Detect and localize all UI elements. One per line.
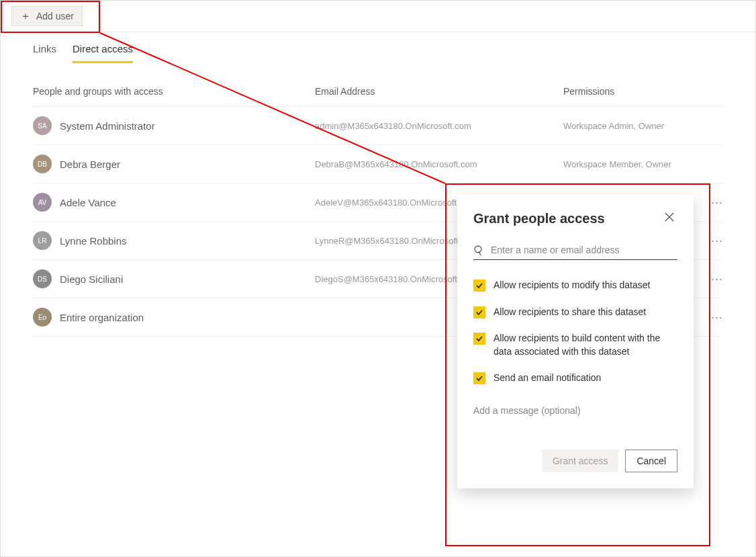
header-name: People and groups with access: [33, 86, 315, 97]
checkbox-label: Allow recipients to build content with t…: [493, 332, 677, 358]
avatar: SA: [33, 116, 52, 135]
tab-direct-access[interactable]: Direct access: [73, 43, 133, 63]
cell-actions: ···: [696, 272, 723, 286]
table-row: SASystem Administratoradmin@M365x643180.…: [33, 107, 723, 145]
tabs: Links Direct access: [1, 32, 755, 63]
person-name: Adele Vance: [60, 197, 116, 208]
checkbox[interactable]: [473, 306, 485, 318]
cell-actions: ···: [696, 234, 723, 248]
cell-name: SASystem Administrator: [33, 116, 315, 135]
add-user-label: Add user: [36, 11, 74, 22]
avatar: Eo: [33, 308, 52, 327]
cell-name: LRLynne Robbins: [33, 231, 315, 250]
more-icon[interactable]: ···: [711, 310, 723, 324]
cell-name: EoEntire organization: [33, 308, 315, 327]
search-icon: [473, 245, 484, 255]
avatar: DB: [33, 155, 52, 173]
cell-name: AVAdele Vance: [33, 193, 315, 212]
table-row: DBDebra BergerDebraB@M365x643180.OnMicro…: [33, 145, 723, 183]
checkbox-label: Allow recipients to modify this dataset: [493, 279, 650, 292]
header-email: Email Address: [315, 86, 563, 97]
grant-access-button[interactable]: Grant access: [542, 449, 618, 472]
cell-actions: ···: [696, 196, 723, 210]
close-icon: [664, 212, 675, 225]
avatar: DS: [33, 269, 52, 288]
dialog-footer: Grant access Cancel: [473, 449, 677, 472]
cell-permissions: Workspace Member, Owner: [563, 159, 696, 169]
grant-access-dialog: Grant people access Allow recipients to …: [457, 194, 694, 488]
checkbox-row: Allow recipients to build content with t…: [473, 332, 677, 358]
person-name: Lynne Robbins: [60, 235, 127, 247]
header-actions: [696, 86, 723, 97]
dialog-header: Grant people access: [473, 209, 677, 228]
recipient-search-row: [473, 245, 677, 260]
dialog-title: Grant people access: [473, 211, 605, 226]
avatar: LR: [33, 231, 52, 250]
checkbox-label: Send an email notification: [493, 372, 601, 385]
checkbox[interactable]: [473, 280, 485, 292]
person-name: Diego Siciliani: [60, 273, 123, 285]
permission-checkboxes: Allow recipients to modify this datasetA…: [473, 279, 677, 385]
more-icon[interactable]: ···: [711, 196, 723, 209]
add-user-button[interactable]: ＋ Add user: [11, 6, 83, 26]
header-permissions: Permissions: [563, 86, 696, 97]
avatar: AV: [33, 193, 52, 212]
cell-permissions: Workspace Admin, Owner: [563, 121, 696, 131]
person-name: Entire organization: [60, 312, 144, 323]
tab-links[interactable]: Links: [33, 43, 56, 63]
person-name: Debra Berger: [60, 159, 120, 170]
toolbar: ＋ Add user: [1, 1, 755, 32]
person-name: System Administrator: [60, 120, 155, 132]
cell-email: admin@M365x643180.OnMicrosoft.com: [315, 121, 563, 131]
plus-icon: ＋: [20, 11, 31, 22]
cancel-button[interactable]: Cancel: [625, 449, 677, 472]
checkbox-row: Send an email notification: [473, 372, 677, 385]
checkbox[interactable]: [473, 372, 485, 384]
close-button[interactable]: [661, 209, 677, 228]
checkbox[interactable]: [473, 333, 485, 345]
table-header-row: People and groups with access Email Addr…: [33, 77, 723, 107]
svg-point-3: [475, 246, 481, 253]
cell-actions: ···: [696, 310, 723, 325]
more-icon[interactable]: ···: [711, 234, 723, 247]
checkbox-row: Allow recipients to modify this dataset: [473, 279, 677, 292]
checkbox-row: Allow recipients to share this dataset: [473, 306, 677, 319]
checkbox-label: Allow recipients to share this dataset: [493, 306, 646, 319]
message-input[interactable]: Add a message (optional): [473, 404, 677, 417]
more-icon[interactable]: ···: [711, 272, 723, 286]
cell-email: DebraB@M365x643180.OnMicrosoft.com: [315, 159, 563, 169]
cell-name: DSDiego Siciliani: [33, 269, 315, 288]
recipient-search-input[interactable]: [491, 245, 677, 255]
cell-name: DBDebra Berger: [33, 155, 315, 173]
